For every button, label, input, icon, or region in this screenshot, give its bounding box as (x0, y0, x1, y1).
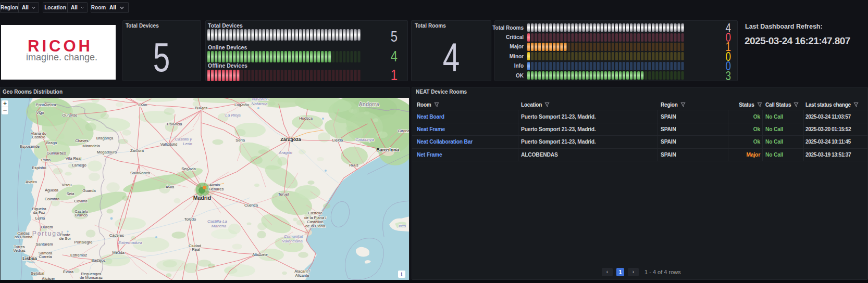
svg-text:Leiria: Leiria (35, 216, 45, 221)
svg-text:Évora: Évora (63, 269, 74, 274)
svg-text:Aragón: Aragón (278, 150, 292, 155)
svg-text:Castilla-La: Castilla-La (207, 219, 227, 224)
svg-text:da Rainha: da Rainha (15, 235, 33, 239)
svg-text:Braga: Braga (46, 140, 57, 145)
svg-text:Extremadura: Extremadura (118, 240, 142, 245)
svg-text:Alicante: Alicante (295, 273, 309, 278)
svg-text:Aveiro: Aveiro (26, 179, 36, 184)
svg-text:Girona: Girona (398, 128, 409, 133)
svg-text:Estremoz: Estremoz (70, 253, 87, 258)
svg-text:Viseu: Viseu (62, 183, 72, 187)
svg-text:Santarém: Santarém (36, 242, 53, 247)
svg-text:da Foz: da Foz (33, 210, 45, 215)
svg-text:Águeda: Águeda (45, 188, 59, 192)
svg-text:Guimarães: Guimarães (46, 151, 66, 156)
svg-text:Andorra: Andorra (359, 101, 379, 107)
svg-text:de Monsaraz: de Monsaraz (80, 275, 103, 280)
svg-text:Vila Real: Vila Real (66, 156, 82, 161)
svg-text:de la Plana: de la Plana (305, 224, 326, 228)
svg-text:Illes: Illes (399, 224, 406, 228)
svg-text:Vedras: Vedras (13, 248, 26, 253)
svg-text:Henares: Henares (209, 187, 224, 191)
svg-text:Castelo: Castelo (32, 135, 45, 139)
svg-text:Espinho: Espinho (32, 165, 46, 170)
svg-text:Madrid: Madrid (193, 195, 211, 201)
svg-text:Nafarroa: Nafarroa (251, 101, 268, 106)
svg-text:de Sor: de Sor (59, 236, 71, 241)
svg-text:Comunitat: Comunitat (284, 234, 303, 239)
svg-text:Castelló: Castelló (308, 211, 322, 215)
svg-text:Alcácer: Alcácer (42, 276, 55, 280)
svg-text:Lamego: Lamego (72, 163, 86, 168)
svg-text:Mogadouro: Mogadouro (97, 150, 117, 155)
svg-text:Covilhã: Covilhã (74, 199, 88, 203)
svg-text:Seia: Seia (66, 191, 75, 196)
svg-text:Coimbra: Coimbra (45, 197, 60, 201)
svg-text:Navarra /: Navarra / (252, 98, 270, 101)
svg-text:La Rioja: La Rioja (225, 113, 241, 118)
svg-text:Correia: Correia (39, 254, 53, 259)
svg-text:Valenciana: Valenciana (282, 239, 303, 243)
svg-text:Setúbal: Setúbal (31, 271, 44, 276)
svg-text:Chaves: Chaves (75, 138, 89, 143)
svg-text:Mirandela: Mirandela (82, 144, 100, 148)
svg-text:Real: Real (192, 247, 200, 252)
svg-text:Porto: Porto (41, 158, 51, 162)
svg-text:Castilla y: Castilla y (175, 137, 192, 142)
svg-text:Mancha: Mancha (212, 224, 227, 228)
svg-text:Guarda: Guarda (82, 188, 96, 193)
svg-text:Portalegre: Portalegre (74, 240, 92, 245)
svg-text:Bragança: Bragança (96, 136, 114, 140)
svg-text:Lisboa: Lisboa (22, 256, 37, 261)
svg-text:Esposende: Esposende (20, 144, 40, 149)
svg-text:Ourém: Ourém (41, 225, 53, 229)
svg-text:León: León (183, 142, 192, 146)
svg-text:Branco: Branco (75, 213, 88, 217)
svg-text:Catalunya: Catalunya (355, 137, 375, 142)
